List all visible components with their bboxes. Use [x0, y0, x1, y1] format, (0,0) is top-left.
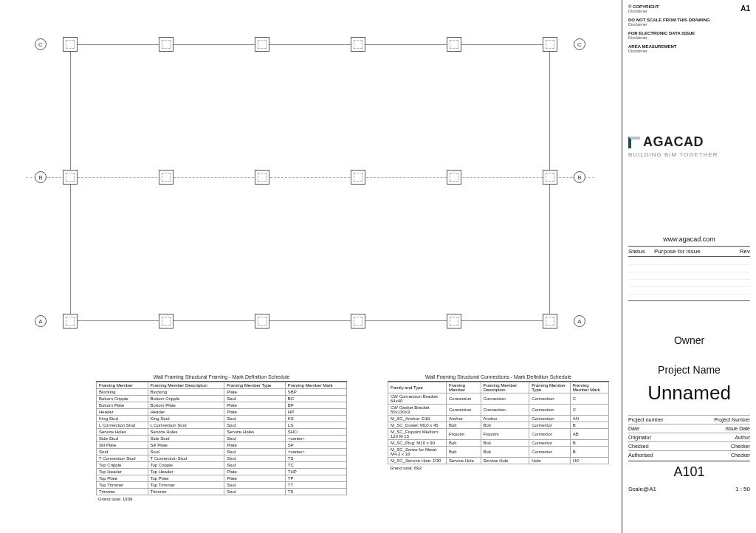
- grid-label: A: [35, 315, 47, 327]
- table-row: M_SC_Screw for Metal: M4,2 x 16BoltBoltC…: [388, 447, 609, 458]
- grid-label: B: [574, 171, 585, 183]
- logo-tagline: BUILDING BIM TOGETHER: [628, 151, 750, 158]
- table-row: King StudKing StudStudKS: [97, 416, 347, 422]
- floor-plan: CCBBAA: [70, 44, 550, 321]
- table-row: M_SC_Anchor: D16AnchorAnchorConnectionAN: [388, 416, 609, 422]
- column: [351, 170, 365, 185]
- table-row: StudStudStud<varies>: [97, 449, 347, 455]
- table-row: Top PlateTop PlatePlateTP: [97, 475, 347, 482]
- table-row: L Connection StudL Connection StudStudLS: [97, 422, 347, 429]
- rev-status-label: Status: [628, 248, 654, 255]
- table-row: Side StudSide StudStud<varies>: [97, 436, 347, 442]
- table-row: BlockingBlockingPlateSBP: [97, 389, 347, 396]
- table-row: Service HolesService HolesService HolesS…: [97, 429, 347, 436]
- column: [63, 37, 78, 52]
- column: [63, 170, 78, 185]
- column: [63, 314, 78, 329]
- table-row: M_SC_Dowel: M10 x 45BoltBoltConnectorB: [388, 422, 609, 429]
- table-row: CW Gasket Bracket 50x130x3ConnectionConn…: [388, 405, 609, 416]
- column: [255, 37, 269, 52]
- project-name-label: Project Name: [628, 364, 750, 376]
- schedule-framing: Wall Framing Structural Framing - Mark D…: [96, 373, 347, 503]
- note: FOR ELECTRONIC DATA ISSUEDisclaimer: [628, 31, 750, 40]
- rev-purpose-label: Purpose for Issue: [654, 248, 732, 255]
- column: [447, 37, 461, 52]
- table-row: Top TrimmerTop TrimmerStudTT: [97, 482, 347, 489]
- logo-icon: [628, 137, 640, 148]
- title-block: A1 © COPYRIGHTDisclaimerDO NOT SCALE FRO…: [622, 0, 756, 533]
- column: [159, 170, 173, 185]
- note: AREA MEASUREMENTDisclaimer: [628, 44, 750, 53]
- meta-row: CheckedChecker: [628, 441, 750, 450]
- column: [543, 314, 557, 329]
- column: [543, 37, 557, 52]
- table-row: M_SC_Service Hole: D30Service HoleServic…: [388, 458, 609, 464]
- column: [543, 170, 557, 185]
- column: [351, 314, 365, 329]
- table-row: M_SC_Fixpoint Medium: 120 M 15FixpointFi…: [388, 429, 609, 440]
- url: www.agacad.com: [628, 235, 750, 247]
- schedules-area: Wall Framing Structural Framing - Mark D…: [96, 373, 472, 529]
- revision-rows: [628, 257, 750, 301]
- table-row: T Connection StudT Connection StudStudTS: [97, 455, 347, 462]
- table-row: Bottom PlateBottom PlatePlateBP: [97, 402, 347, 409]
- meta-row: OriginatorAuthor: [628, 433, 750, 441]
- grid-label: A: [574, 315, 585, 327]
- schedule-connections: Wall Framing Structural Connections - Ma…: [388, 373, 609, 472]
- column: [255, 314, 269, 329]
- column: [159, 37, 173, 52]
- table-row: Top HeaderTop HeaderPlateTHP: [97, 469, 347, 475]
- scale-label: Scale@A1: [628, 486, 656, 492]
- drawing-name: Unnamed: [628, 382, 750, 405]
- column: [447, 314, 461, 329]
- scale-value: 1 : 50: [735, 486, 750, 492]
- column: [447, 170, 461, 185]
- schedule1-table: Framing MemberFraming Member Description…: [96, 382, 347, 495]
- sheet-code: A101: [628, 461, 750, 480]
- table-row: M_SC_Plug: M10 x 90BoltBoltConnectorB: [388, 440, 609, 447]
- schedule1-title: Wall Framing Structural Framing - Mark D…: [96, 373, 347, 382]
- meta-row: Project numberProject Number: [628, 415, 750, 424]
- grid-label: C: [35, 38, 47, 50]
- logo-text: AGACAD: [643, 134, 704, 150]
- rev-rev-label: Rev: [732, 248, 750, 255]
- scale-row: Scale@A1 1 : 50: [628, 486, 750, 492]
- schedule2-footer: Grand total: 892: [388, 464, 609, 472]
- copyright-notes: © COPYRIGHTDisclaimerDO NOT SCALE FROM T…: [628, 4, 750, 53]
- grid-line: [48, 177, 572, 178]
- table-row: Bottom CrippleBottom CrippleStudBC: [97, 396, 347, 402]
- wall-outline: [70, 44, 550, 321]
- note: © COPYRIGHTDisclaimer: [628, 4, 750, 13]
- revision-header: Status Purpose for Issue Rev: [628, 247, 750, 257]
- grid-label: C: [574, 38, 585, 50]
- schedule2-table: Family and TypeFraming MemberFraming Mem…: [388, 382, 609, 464]
- sheet-number-top: A1: [740, 4, 750, 13]
- meta-table: Project numberProject NumberDateIssue Da…: [628, 415, 750, 459]
- table-row: HeaderHeaderPlateHP: [97, 409, 347, 416]
- column: [159, 314, 173, 329]
- column: [351, 37, 365, 52]
- meta-row: AuthorisedChecker: [628, 450, 750, 459]
- table-row: Top CrippleTop CrippleStudTC: [97, 462, 347, 469]
- column: [255, 170, 269, 185]
- table-row: Sill PlateSill PlatePlateSP: [97, 442, 347, 449]
- meta-row: DateIssue Date: [628, 424, 750, 433]
- table-row: TrimmerTrimmerStudTS: [97, 489, 347, 495]
- grid-label: B: [35, 171, 47, 183]
- drawing-area: CCBBAA Wall Framing Structural Framing -…: [0, 0, 619, 533]
- schedule1-footer: Grand total: 1939: [96, 495, 347, 503]
- table-row: CW Connection Bracket 64x40ConnectionCon…: [388, 393, 609, 405]
- logo: AGACAD: [628, 134, 750, 150]
- owner: Owner: [628, 334, 750, 346]
- note: DO NOT SCALE FROM THIS DRAWINGDisclaimer: [628, 18, 750, 27]
- schedule2-title: Wall Framing Structural Connections - Ma…: [388, 373, 609, 382]
